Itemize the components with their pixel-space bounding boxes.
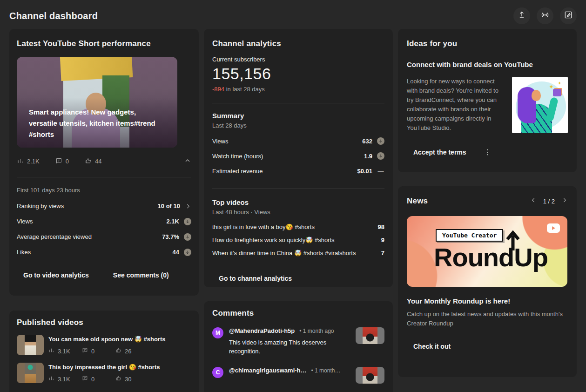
- divider: [17, 177, 191, 177]
- latest-short-card: Latest YouTube Short performance Smart a…: [9, 29, 199, 296]
- trend-down-icon: [184, 233, 191, 241]
- short-views-stat: 2.1K: [17, 157, 40, 166]
- ideas-body-text: Looking for new ways to connect with bra…: [407, 77, 505, 133]
- summary-period: Last 28 days: [212, 122, 384, 129]
- top-videos-title: Top videos: [212, 198, 384, 206]
- page-indicator: 1 / 2: [543, 198, 555, 205]
- create-post-button[interactable]: [560, 7, 577, 24]
- chevron-right-icon: [561, 197, 568, 205]
- ideas-card-title: Connect with brand deals on YouTube: [407, 61, 568, 68]
- go-live-button[interactable]: [537, 7, 553, 24]
- latest-short-actions: Go to video analytics See comments (0): [17, 267, 191, 283]
- comment-author[interactable]: @MahendraPadoti-h5p: [229, 327, 295, 334]
- subscribers-count: 155,156: [212, 65, 384, 83]
- trend-down-icon: [184, 218, 191, 225]
- thumbs-up-icon: [85, 157, 92, 166]
- summary-title: Summary: [212, 112, 384, 120]
- video-stats: 3.1K 0 30: [48, 375, 160, 383]
- bar-chart-icon: [17, 157, 24, 166]
- metric-row-likes: Likes 44: [17, 244, 191, 260]
- news-title: News: [407, 196, 428, 206]
- metric-row-avg-viewed: Average percentage viewed 73.7%: [17, 229, 191, 244]
- top-video-row[interactable]: How do firefighters work so quickly🤯 #sh…: [212, 233, 384, 246]
- collapse-card-button[interactable]: [184, 157, 191, 166]
- header-actions: [513, 7, 577, 24]
- top-video-row[interactable]: When it's dinner time in China 🤯 #shorts…: [212, 246, 384, 259]
- comment-video-thumbnail[interactable]: [356, 367, 384, 384]
- bar-chart-icon: [48, 375, 54, 383]
- create-icon: [564, 10, 573, 21]
- banner-wordmark: RoundUp: [434, 242, 548, 272]
- bar-chart-icon: [48, 347, 54, 355]
- chevron-up-icon: [184, 157, 191, 166]
- top-videos-period: Last 48 hours · Views: [212, 209, 384, 216]
- page-header: Channel dashboard: [0, 0, 586, 29]
- comment-icon: [82, 347, 88, 355]
- upload-icon: [517, 10, 526, 21]
- trend-flat-icon: —: [377, 167, 384, 175]
- check-it-out-button[interactable]: Check it out: [407, 338, 457, 354]
- thumbs-up-icon: [115, 375, 121, 383]
- go-live-icon: [540, 10, 550, 21]
- brandconnect-illustration: ✦ ✦: [512, 77, 568, 133]
- page-title: Channel dashboard: [9, 11, 98, 21]
- comment-icon: [82, 375, 88, 383]
- metric-row-ranking[interactable]: Ranking by views 10 of 10: [17, 198, 191, 214]
- comments-card: Comments M @MahendraPadoti-h5p • 1 month…: [204, 301, 393, 392]
- news-body-text: Catch up on the latest news and updates …: [407, 310, 568, 328]
- video-stats: 3.1K 0 26: [48, 347, 165, 355]
- delta-suffix: in last 28 days: [226, 86, 265, 93]
- accept-terms-button[interactable]: Accept the terms: [407, 144, 473, 160]
- comment-timestamp: • 1 month…: [311, 367, 341, 374]
- short-video-thumbnail[interactable]: Smart appliances! New gadgets, versatile…: [17, 57, 177, 148]
- thumbs-up-icon: [115, 347, 121, 355]
- trend-down-icon: [377, 152, 384, 160]
- go-to-channel-analytics-button[interactable]: Go to channel analytics: [212, 270, 298, 286]
- comment-timestamp: • 1 month ago: [299, 328, 334, 334]
- next-page-button[interactable]: [561, 197, 568, 205]
- chevron-right-icon: [185, 203, 191, 210]
- trend-down-icon: [377, 137, 384, 145]
- summary-section: Summary Last 28 days Views 632 Watch tim…: [212, 112, 384, 178]
- video-thumbnail: [17, 363, 44, 383]
- video-age-label: First 101 days 23 hours: [17, 187, 191, 194]
- divider: [212, 189, 384, 189]
- comments-title: Comments: [212, 309, 384, 318]
- published-videos-card: Published videos You can make old spoon …: [9, 311, 199, 392]
- video-title: You can make old spoon new 🤯 #shorts: [48, 336, 165, 343]
- comment-video-thumbnail[interactable]: [356, 327, 384, 344]
- kebab-menu-icon[interactable]: ⋮: [481, 149, 494, 155]
- top-video-row[interactable]: this girl is in love with a boy😘 #shorts…: [212, 220, 384, 233]
- short-metrics: Ranking by views 10 of 10 Views 2.1K Ave…: [17, 198, 191, 260]
- comment-icon: [55, 157, 62, 166]
- comment-text: This video is amazing This deserves reco…: [229, 338, 336, 356]
- up-arrow-icon: [505, 230, 521, 252]
- subscribers-delta: -894 in last 28 days: [212, 86, 384, 93]
- ideas-for-you-card: Ideas for you Connect with brand deals o…: [398, 29, 577, 172]
- comment-author[interactable]: @chimangirigauswami-h…: [229, 367, 307, 374]
- news-headline: Your Monthly Roundup is here!: [407, 297, 568, 305]
- trend-down-icon: [184, 249, 191, 256]
- ideas-title: Ideas for you: [407, 39, 568, 48]
- metric-row-views: Views 2.1K: [17, 214, 191, 229]
- banner-badge: YouTube Creator: [436, 229, 503, 242]
- published-video-row[interactable]: This boy impressed the girl 😘 #shorts 3.…: [17, 363, 191, 383]
- published-video-row[interactable]: You can make old spoon new 🤯 #shorts 3.1…: [17, 335, 191, 355]
- top-videos-section: Top videos Last 48 hours · Views this gi…: [212, 198, 384, 259]
- go-to-video-analytics-button[interactable]: Go to video analytics: [17, 267, 95, 283]
- prev-page-button[interactable]: [530, 197, 537, 205]
- chevron-left-icon: [530, 197, 537, 205]
- comment-item: C @chimangirigauswami-h… • 1 month…: [212, 367, 384, 384]
- upload-button[interactable]: [513, 7, 530, 24]
- short-video-title: Smart appliances! New gadgets, versatile…: [29, 107, 166, 140]
- latest-short-title: Latest YouTube Short performance: [17, 39, 191, 48]
- short-comments-stat: 0: [55, 157, 69, 166]
- channel-analytics-card: Channel analytics Current subscribers 15…: [204, 29, 393, 287]
- summary-row-revenue: Estimated revenue $0.01 —: [212, 163, 384, 178]
- summary-row-views: Views 632: [212, 134, 384, 149]
- see-comments-button[interactable]: See comments (0): [107, 267, 175, 283]
- news-pager: 1 / 2: [530, 197, 568, 205]
- avatar[interactable]: C: [212, 367, 223, 378]
- avatar[interactable]: M: [212, 327, 223, 338]
- news-banner-image[interactable]: YouTube Creator RoundUp: [407, 216, 567, 287]
